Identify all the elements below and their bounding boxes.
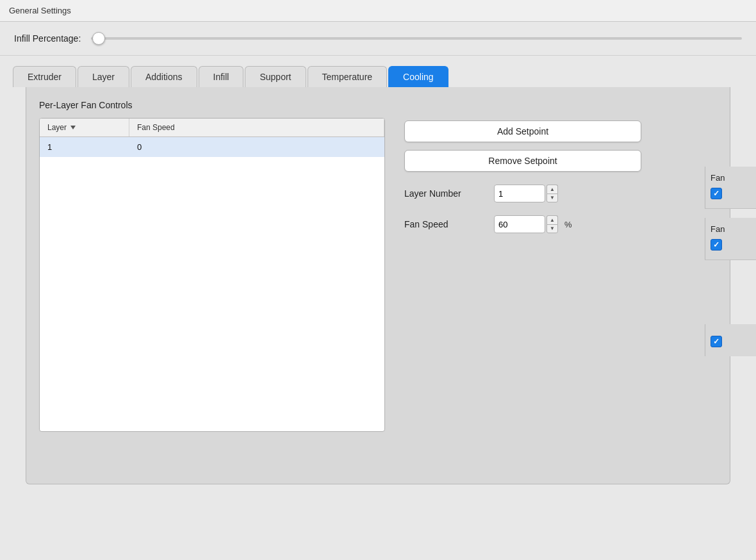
right-fan-label-1: Fan <box>711 173 751 183</box>
col-header-fanspeed: Fan Speed <box>129 119 384 136</box>
layer-number-row: Layer Number ▲ ▼ <box>404 185 641 202</box>
per-layer-fan-controls-title: Per-Layer Fan Controls <box>39 100 717 110</box>
fan-speed-row: Fan Speed ▲ ▼ % <box>404 215 641 233</box>
layer-number-label: Layer Number <box>404 188 488 199</box>
layer-number-down-button[interactable]: ▼ <box>546 194 558 202</box>
percent-symbol: % <box>564 220 572 229</box>
table-header: Layer Fan Speed <box>40 119 384 137</box>
top-bar: General Settings <box>0 0 756 22</box>
infill-section: Infill Percentage: <box>0 22 756 56</box>
fan-speed-up-button[interactable]: ▲ <box>546 215 558 224</box>
right-section-fan3 <box>705 324 756 356</box>
add-setpoint-button[interactable]: Add Setpoint <box>404 120 641 142</box>
layer-number-input-wrap: ▲ ▼ <box>494 185 558 202</box>
right-section-fan1: Fan <box>705 167 756 209</box>
tab-temperature[interactable]: Temperature <box>308 66 388 87</box>
tabs-row: Extruder Layer Additions Infill Support … <box>13 66 743 87</box>
tabs-wrapper: Extruder Layer Additions Infill Support … <box>0 56 756 484</box>
table-row[interactable]: 1 0 <box>40 137 384 157</box>
content-row: Layer Fan Speed 1 0 Add Setpoint Remove … <box>39 118 717 432</box>
cooling-main-panel: Per-Layer Fan Controls Layer Fan Speed 1… <box>26 87 730 484</box>
layer-number-up-button[interactable]: ▲ <box>546 185 558 194</box>
right-panel: Fan Fan <box>705 167 756 356</box>
fan-controls-table: Layer Fan Speed 1 0 <box>39 118 385 432</box>
fan-speed-down-button[interactable]: ▼ <box>546 224 558 233</box>
infill-slider-track[interactable] <box>91 37 742 40</box>
layer-number-input[interactable] <box>494 185 545 202</box>
tab-layer[interactable]: Layer <box>78 66 129 87</box>
tab-extruder[interactable]: Extruder <box>13 66 76 87</box>
tab-support[interactable]: Support <box>245 66 306 87</box>
infill-slider-thumb[interactable] <box>92 32 105 45</box>
sort-arrow-icon <box>70 126 76 129</box>
controls-area: Add Setpoint Remove Setpoint Layer Numbe… <box>385 118 641 233</box>
col-header-layer[interactable]: Layer <box>40 119 129 136</box>
tab-cooling[interactable]: Cooling <box>388 66 448 87</box>
infill-label: Infill Percentage: <box>14 33 81 44</box>
td-layer: 1 <box>40 140 129 154</box>
general-settings-title: General Settings <box>9 6 71 15</box>
tab-additions[interactable]: Additions <box>131 66 197 87</box>
fan1-checkbox[interactable] <box>711 188 722 199</box>
fan-speed-input-wrap: ▲ ▼ <box>494 215 558 233</box>
remove-setpoint-button[interactable]: Remove Setpoint <box>404 150 641 172</box>
fan-speed-spinner: ▲ ▼ <box>546 215 558 233</box>
fan-speed-input[interactable] <box>494 215 545 233</box>
fan3-checkbox[interactable] <box>711 336 722 347</box>
layer-number-spinner: ▲ ▼ <box>546 185 558 202</box>
fan2-checkbox[interactable] <box>711 239 722 251</box>
tab-infill[interactable]: Infill <box>199 66 244 87</box>
fan-speed-label: Fan Speed <box>404 219 488 229</box>
right-section-fan2: Fan <box>705 218 756 260</box>
right-fan-label-2: Fan <box>711 224 751 234</box>
td-fanspeed: 0 <box>129 140 384 154</box>
